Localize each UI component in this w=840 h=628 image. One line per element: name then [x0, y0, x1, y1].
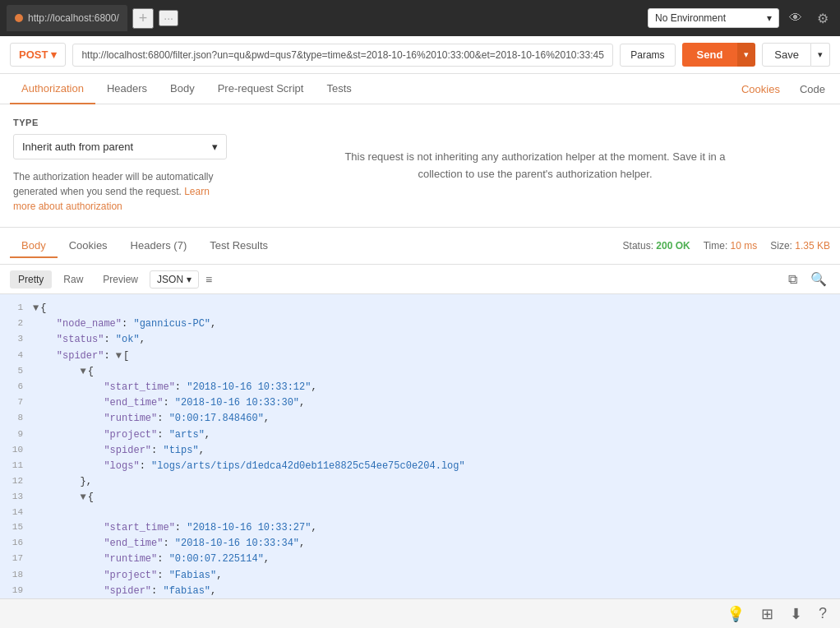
response-tabs: Body Cookies Headers (7) Test Results [10, 234, 279, 257]
code-line: 6 "start_time": "2018-10-16 10:33:12", [0, 380, 840, 395]
tab-authorization[interactable]: Authorization [10, 74, 95, 104]
code-line: 10 "spider": "tips", [0, 443, 840, 459]
params-button[interactable]: Params [620, 44, 675, 67]
auth-right-panel: This request is not inheriting any autho… [243, 118, 827, 214]
collapse-icon[interactable]: ▼ [81, 492, 86, 503]
status-label: Status: 200 OK [623, 240, 690, 252]
code-line: 4 "spider": ▼[ [0, 349, 840, 364]
auth-panel: TYPE Inherit auth from parent ▾ The auth… [0, 104, 840, 228]
fmt-tab-pretty[interactable]: Pretty [10, 270, 52, 289]
type-label: TYPE [13, 118, 227, 127]
download-icon[interactable]: ⬇ [787, 602, 805, 626]
tab-body[interactable]: Body [159, 74, 206, 104]
method-chevron-icon: ▾ [51, 48, 57, 61]
status-value: 200 OK [656, 240, 690, 252]
top-bar: http://localhost:6800/ + ··· No Environm… [0, 0, 840, 36]
code-line: 2 "node_name": "gannicus-PC", [0, 316, 840, 332]
fmt-tab-raw[interactable]: Raw [55, 270, 91, 289]
request-tab-right-links: Cookies Code [736, 75, 830, 104]
collapse-icon[interactable]: ▼ [116, 350, 122, 362]
format-type-chevron-icon: ▾ [187, 274, 192, 285]
send-button-group: Send ▾ [682, 43, 756, 67]
lightbulb-icon[interactable]: 💡 [723, 602, 748, 626]
fmt-tab-preview[interactable]: Preview [95, 270, 146, 289]
save-button[interactable]: Save [762, 43, 811, 67]
time-label: Time: 10 ms [704, 240, 758, 252]
save-dropdown-button[interactable]: ▾ [811, 43, 830, 67]
cookies-link[interactable]: Cookies [736, 75, 785, 104]
grid-icon[interactable]: ⊞ [758, 602, 777, 626]
auth-info-text: This request is not inheriting any autho… [330, 149, 741, 183]
resp-tab-body[interactable]: Body [10, 234, 58, 258]
code-line: 1 ▼{ [0, 301, 840, 316]
code-line: 13 ▼{ [0, 490, 840, 506]
code-line: 15 "start_time": "2018-10-16 10:33:27", [0, 520, 840, 536]
tab-tests[interactable]: Tests [315, 74, 362, 104]
more-tabs-button[interactable]: ··· [159, 10, 178, 26]
env-label: No Environment [655, 12, 726, 24]
help-icon[interactable]: ? [815, 602, 830, 626]
add-tab-button[interactable]: + [132, 8, 155, 29]
format-type-select[interactable]: JSON ▾ [150, 270, 199, 289]
request-bar: POST ▾ Params Send ▾ Save ▾ [0, 36, 840, 74]
collapse-icon[interactable]: ▼ [81, 366, 86, 377]
eye-icon: 👁 [789, 11, 802, 25]
code-line: 3 "status": "ok", [0, 332, 840, 348]
format-type-label: JSON [157, 274, 183, 285]
code-view[interactable]: 1 ▼{ 2 "node_name": "gannicus-PC", 3 "st… [0, 294, 840, 628]
request-tabs: Authorization Headers Body Pre-request S… [0, 74, 840, 104]
code-line: 17 "runtime": "0:00:07.225114", [0, 552, 840, 567]
eye-icon-button[interactable]: 👁 [784, 7, 807, 29]
copy-button[interactable]: ⧉ [785, 270, 801, 289]
code-line: 11 "logs": "logs/arts/tips/d1edca42d0eb1… [0, 459, 840, 474]
code-line: 14 [0, 506, 840, 520]
code-line: 19 "spider": "fabias", [0, 584, 840, 599]
code-line: 9 "project": "arts", [0, 427, 840, 443]
wrap-icon[interactable]: ≡ [205, 273, 212, 286]
resp-tab-test-results[interactable]: Test Results [198, 234, 279, 258]
auth-select-value: Inherit auth from parent [22, 141, 133, 153]
method-button[interactable]: POST ▾ [10, 43, 66, 67]
tab-url-text: http://localhost:6800/ [28, 12, 119, 24]
code-link[interactable]: Code [795, 75, 830, 104]
auth-left-panel: TYPE Inherit auth from parent ▾ The auth… [13, 118, 243, 214]
code-line: 8 "runtime": "0:00:17.848460", [0, 411, 840, 427]
auth-type-select[interactable]: Inherit auth from parent ▾ [13, 134, 227, 159]
save-button-group: Save ▾ [762, 43, 830, 67]
tab-dot [15, 14, 23, 22]
gear-icon: ⚙ [817, 12, 828, 25]
resp-tab-headers[interactable]: Headers (7) [119, 234, 199, 258]
response-status-bar: Status: 200 OK Time: 10 ms Size: 1.35 KB [623, 240, 830, 252]
tab-pre-request-script[interactable]: Pre-request Script [206, 74, 316, 104]
chevron-down-icon: ▾ [767, 12, 772, 24]
gear-icon-button[interactable]: ⚙ [812, 7, 833, 30]
auth-note: The authorization header will be automat… [13, 169, 227, 214]
code-line: 7 "end_time": "2018-10-16 10:33:30", [0, 395, 840, 411]
auth-select-chevron-icon: ▾ [212, 141, 218, 153]
send-button[interactable]: Send [682, 43, 738, 67]
collapse-icon[interactable]: ▼ [33, 302, 39, 314]
code-line: 12 }, [0, 474, 840, 490]
url-input[interactable] [72, 44, 613, 67]
code-line: 5 ▼{ [0, 364, 840, 380]
size-label: Size: 1.35 KB [770, 240, 830, 252]
method-label: POST [19, 48, 48, 61]
bottom-bar: 💡 ⊞ ⬇ ? [0, 598, 840, 628]
response-tabs-bar: Body Cookies Headers (7) Test Results St… [0, 228, 840, 265]
search-button[interactable]: 🔍 [807, 270, 830, 289]
environment-selector[interactable]: No Environment ▾ [648, 8, 779, 28]
format-bar: Pretty Raw Preview JSON ▾ ≡ ⧉ 🔍 [0, 265, 840, 294]
time-value: 10 ms [731, 240, 758, 252]
send-dropdown-button[interactable]: ▾ [737, 43, 755, 67]
code-line: 16 "end_time": "2018-10-16 10:33:34", [0, 536, 840, 552]
resp-tab-cookies[interactable]: Cookies [58, 234, 119, 258]
active-tab[interactable]: http://localhost:6800/ [7, 5, 127, 31]
code-line: 18 "project": "Fabias", [0, 568, 840, 584]
format-right-actions: ⧉ 🔍 [785, 270, 830, 289]
size-value: 1.35 KB [795, 240, 830, 252]
tab-headers[interactable]: Headers [95, 74, 159, 104]
